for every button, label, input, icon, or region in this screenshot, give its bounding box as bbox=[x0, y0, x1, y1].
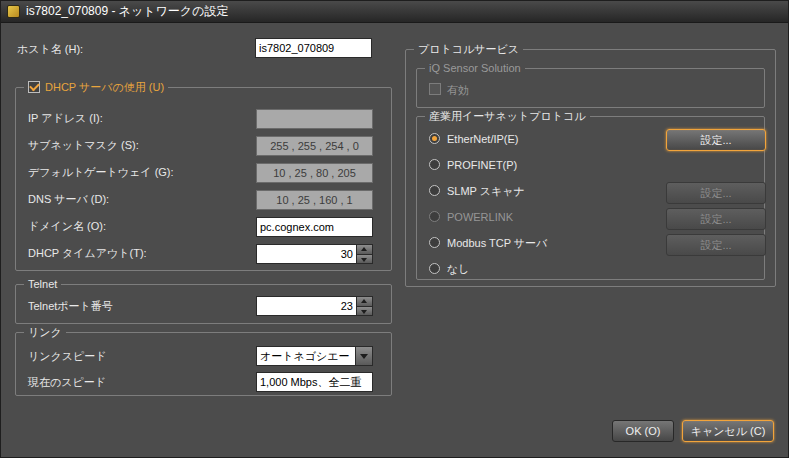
link-group: リンク リンクスピード オートネゴシエー 現在のスピード 1,000 Mbps、… bbox=[15, 332, 392, 396]
radio-slmp[interactable] bbox=[429, 185, 440, 196]
radio-powerlink-label: POWERLINK bbox=[447, 211, 513, 224]
domain-name-input[interactable] bbox=[256, 217, 373, 237]
ethernet-ip-settings-button[interactable]: 設定... bbox=[666, 129, 766, 151]
radio-profinet[interactable] bbox=[429, 159, 440, 170]
window-title: is7802_070809 - ネットワークの設定 bbox=[26, 3, 228, 20]
iq-sensor-legend: iQ Sensor Solution bbox=[425, 61, 525, 75]
iq-enabled-label: 有効 bbox=[447, 84, 469, 97]
iq-enabled-checkbox bbox=[429, 83, 441, 95]
dns-server-label: DNS サーバ (D): bbox=[28, 193, 109, 206]
dhcp-timeout-spinner bbox=[356, 245, 372, 263]
modbus-settings-button: 設定... bbox=[666, 234, 766, 256]
radio-powerlink bbox=[429, 211, 440, 222]
link-speed-label: リンクスピード bbox=[28, 350, 107, 363]
link-speed-value: オートネゴシエー bbox=[260, 349, 350, 364]
hostname-input[interactable] bbox=[255, 38, 372, 58]
powerlink-settings-button: 設定... bbox=[666, 208, 766, 230]
telnet-group: Telnet Telnetポート番号 23 bbox=[15, 284, 392, 324]
subnet-mask-input: 255 , 255 , 254 , 0 bbox=[256, 136, 373, 156]
link-speed-dropdown[interactable]: オートネゴシエー bbox=[256, 346, 373, 366]
current-speed-field: 1,000 Mbps、全二重 bbox=[256, 372, 373, 392]
spin-up-icon[interactable] bbox=[357, 245, 372, 255]
radio-slmp-label: SLMP スキャナ bbox=[447, 185, 525, 198]
slmp-settings-button: 設定... bbox=[666, 182, 766, 204]
radio-modbus-label: Modbus TCP サーバ bbox=[447, 237, 547, 250]
dhcp-timeout-input[interactable]: 30 bbox=[256, 244, 373, 264]
subnet-mask-label: サブネットマスク (S): bbox=[28, 139, 139, 152]
current-speed-label: 現在のスピード bbox=[28, 376, 106, 389]
ip-address-input bbox=[256, 109, 373, 129]
window-icon bbox=[7, 5, 20, 18]
current-speed-value: 1,000 Mbps、全二重 bbox=[260, 375, 361, 390]
industrial-ethernet-legend: 産業用イーサネットプロトコル bbox=[425, 109, 590, 123]
protocol-services-legend: プロトコルサービス bbox=[414, 42, 523, 56]
default-gateway-label: デフォルトゲートウェイ (G): bbox=[28, 166, 174, 179]
telnet-port-label: Telnetポート番号 bbox=[28, 300, 113, 313]
spin-down-icon[interactable] bbox=[357, 255, 372, 264]
cancel-button[interactable]: キャンセル (C) bbox=[682, 420, 774, 442]
spin-up-icon[interactable] bbox=[357, 297, 372, 307]
dns-server-input: 10 , 25 , 160 , 1 bbox=[256, 190, 373, 210]
dhcp-group: DHCP サーバの使用 (U) IP アドレス (I): サブネットマスク (S… bbox=[15, 87, 392, 271]
domain-name-label: ドメイン名 (O): bbox=[28, 220, 106, 233]
industrial-ethernet-group: 産業用イーサネットプロトコル EtherNet/IP(E) 設定... PROF… bbox=[416, 116, 765, 280]
dhcp-group-legend: DHCP サーバの使用 (U) bbox=[24, 80, 168, 94]
radio-none[interactable] bbox=[429, 263, 440, 274]
radio-profinet-label: PROFINET(P) bbox=[447, 159, 517, 172]
default-gateway-input: 10 , 25 , 80 , 205 bbox=[256, 163, 373, 183]
ok-button[interactable]: OK (O) bbox=[612, 420, 674, 442]
chevron-down-icon[interactable] bbox=[355, 347, 372, 365]
spin-down-icon[interactable] bbox=[357, 307, 372, 316]
title-bar[interactable]: is7802_070809 - ネットワークの設定 bbox=[1, 1, 788, 23]
network-settings-dialog: is7802_070809 - ネットワークの設定 ホスト名 (H): DHCP… bbox=[0, 0, 789, 458]
radio-ethernet-ip[interactable] bbox=[429, 133, 440, 144]
radio-ethernet-ip-label: EtherNet/IP(E) bbox=[447, 133, 519, 146]
telnet-port-input[interactable]: 23 bbox=[256, 296, 373, 316]
link-group-legend: リンク bbox=[24, 325, 66, 339]
telnet-group-legend: Telnet bbox=[24, 277, 61, 291]
radio-none-label: なし bbox=[447, 263, 470, 276]
dhcp-server-checkbox-label: DHCP サーバの使用 (U) bbox=[45, 80, 164, 94]
ip-address-label: IP アドレス (I): bbox=[28, 112, 103, 125]
telnet-port-spinner bbox=[356, 297, 372, 315]
dhcp-server-checkbox[interactable] bbox=[28, 81, 40, 93]
protocol-services-group: プロトコルサービス iQ Sensor Solution 有効 産業用イーサネッ… bbox=[405, 49, 776, 287]
dhcp-timeout-label: DHCP タイムアウト(T): bbox=[28, 247, 147, 260]
hostname-label: ホスト名 (H): bbox=[17, 43, 83, 56]
iq-sensor-group: iQ Sensor Solution 有効 bbox=[416, 68, 765, 108]
radio-modbus[interactable] bbox=[429, 237, 440, 248]
